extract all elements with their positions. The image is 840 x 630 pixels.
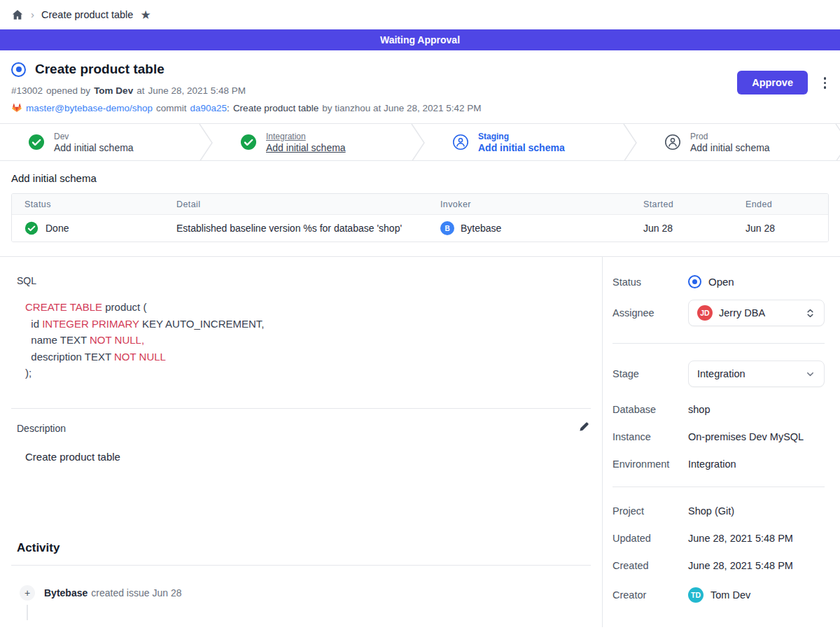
col-detail: Detail [176,200,440,209]
star-icon[interactable]: ★ [140,8,150,22]
activity-action: created issue Jun 28 [91,587,181,598]
project-value: Shop (Git) [688,505,825,517]
breadcrumb-current[interactable]: Create product table [41,9,133,20]
created-value: June 28, 2021 5:48 PM [688,560,825,571]
pending-user-icon [664,134,681,150]
activity-item: + Bytebase created issue Jun 28 [20,585,591,601]
issue-open-icon [11,62,26,77]
edit-pencil-icon[interactable] [577,420,591,437]
home-icon[interactable] [11,8,24,21]
task-table: Status Detail Invoker Started Ended Done… [11,193,829,242]
creator-label: Creator [612,589,688,601]
database-value: shop [688,404,825,415]
instance-value: On-premises Dev MySQL [688,431,825,442]
task-section: Add initial schema Status Detail Invoker… [0,161,840,256]
assignee-row: Assignee JD Jerry DBA [612,300,825,326]
pending-user-icon [452,134,469,150]
stage-select[interactable]: Integration [688,360,825,387]
status-banner: Waiting Approval [0,29,840,50]
assignee-avatar: JD [697,305,713,321]
task-title: Add initial schema [11,172,829,184]
activity-title: Activity [17,541,591,555]
task-detail: Established baseline version %s for data… [176,223,440,234]
pipeline: Dev Add initial schema Integration Add i… [0,123,840,161]
approve-button[interactable]: Approve [737,71,808,94]
vcs-colon: : [227,103,230,113]
stage-separator [834,124,840,161]
assignee-select[interactable]: JD Jerry DBA [688,300,825,326]
updated-row: Updated June 28, 2021 5:48 PM [612,533,825,544]
project-label: Project [612,505,688,517]
sql-label: SQL [17,275,591,286]
stage-separator [198,124,214,161]
issue-author: Tom Dev [94,85,133,96]
updated-label: Updated [612,533,688,544]
chevron-down-icon [805,369,816,379]
issue-id: #13002 [11,85,43,96]
task-status: Done [46,223,69,234]
database-label: Database [612,404,688,415]
vcs-commit-message: Create product table [233,103,318,113]
chevron-right-icon: › [31,8,34,20]
status-value: Open [708,276,734,288]
status-banner-text: Waiting Approval [380,34,460,46]
divider [11,408,591,409]
stage-task-label: Add initial schema [690,142,770,153]
task-row[interactable]: Done Established baseline version %s for… [12,215,828,241]
issue-meta: #13002 opened by Tom Dev at June 28, 202… [11,85,829,96]
created-row: Created June 28, 2021 5:48 PM [612,560,825,571]
col-started: Started [643,200,746,209]
sql-code-block: CREATE TABLE product ( id INTEGER PRIMAR… [25,299,591,382]
task-started: Jun 28 [643,223,746,234]
issue-header: Create product table #13002 opened by To… [0,50,840,123]
activity-section: Activity + Bytebase created issue Jun 28 [11,541,591,620]
stage-task-label: Add initial schema [54,142,134,153]
status-row: Status Open [612,275,825,288]
stage-prod[interactable]: Prod Add initial schema [636,124,834,160]
invoker-avatar: B [440,221,454,235]
stage-staging[interactable]: Staging Add initial schema [424,124,622,160]
meta-at: at [136,85,144,96]
description-label: Description [17,423,66,434]
stage-integration[interactable]: Integration Add initial schema [212,124,410,160]
col-ended: Ended [746,200,828,209]
divider [612,343,825,344]
project-row: Project Shop (Git) [612,505,825,517]
task-ended: Jun 28 [746,223,828,234]
stage-env-label: Integration [266,132,346,141]
vcs-line: master@bytebase-demo/shop commit da90a25… [11,102,829,113]
stage-value: Integration [697,368,799,379]
vcs-commit-word: commit [156,103,187,113]
stage-separator [622,124,638,161]
updown-chevron-icon [805,308,816,318]
vcs-commit-link[interactable]: da90a25 [190,103,227,113]
stage-row: Stage Integration [612,360,825,387]
stage-env-label: Staging [478,132,565,141]
created-label: Created [612,560,688,571]
assignee-value: Jerry DBA [719,307,799,318]
check-circle-icon [24,221,38,235]
issue-opened-time: June 28, 2021 5:48 PM [148,85,246,96]
assignee-label: Assignee [612,307,688,318]
vcs-branch-link[interactable]: master@bytebase-demo/shop [26,103,153,113]
issue-sidebar: Status Open Assignee JD Jerry DBA Stage … [602,257,840,627]
plus-icon: + [20,585,35,601]
database-row: Database shop [612,404,825,415]
gitlab-icon [11,102,22,113]
issue-detail-panel: SQL CREATE TABLE product ( id INTEGER PR… [0,257,602,627]
check-circle-icon [28,134,45,150]
creator-row: Creator TD Tom Dev [612,587,825,603]
stage-task-label: Add initial schema [478,142,565,153]
breadcrumb: › Create product table ★ [0,0,840,29]
stage-separator [410,124,426,161]
stage-task-label: Add initial schema [266,142,346,153]
status-label: Status [612,276,688,288]
check-circle-icon [240,134,257,150]
stage-dev[interactable]: Dev Add initial schema [0,124,198,160]
instance-row: Instance On-premises Dev MySQL [612,431,825,442]
stage-env-label: Dev [54,132,134,141]
task-invoker: Bytebase [461,223,501,234]
environment-label: Environment [612,458,688,470]
timeline-connector [27,605,28,620]
more-actions-icon[interactable] [822,76,828,90]
